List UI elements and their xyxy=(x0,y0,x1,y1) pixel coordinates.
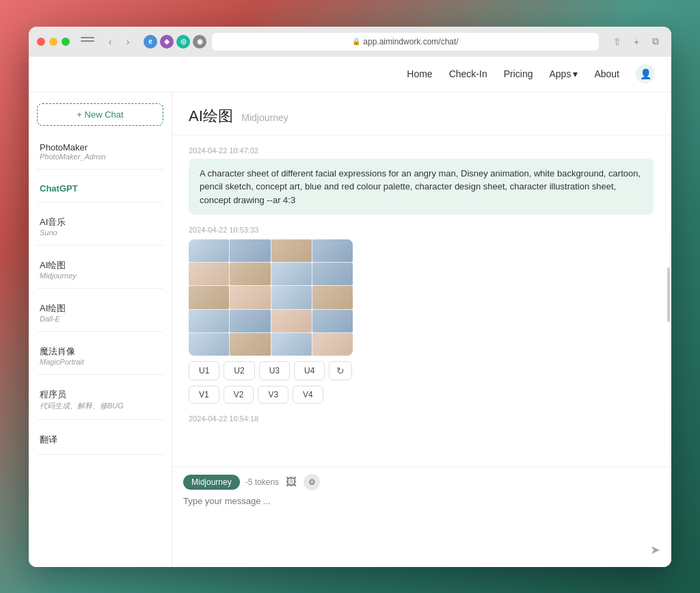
browser-icon-1: e xyxy=(144,35,157,49)
sidebar-divider-5 xyxy=(37,331,163,332)
img-cell xyxy=(230,263,270,285)
v3-button[interactable]: V3 xyxy=(258,386,288,404)
sidebar-item-magic[interactable]: 魔法肖像 MagicPortrait xyxy=(37,340,163,371)
img-cell xyxy=(230,286,270,308)
u2-button[interactable]: U2 xyxy=(224,361,254,380)
sidebar-item-photomaker[interactable]: PhotoMaker PhotoMaker_Admin xyxy=(37,137,163,166)
message-time-1: 2024-04-22 10:47:02 xyxy=(189,146,655,155)
img-cell xyxy=(230,239,270,262)
sidebar-divider-6 xyxy=(37,374,163,375)
sidebar-item-title: AI绘图 xyxy=(40,302,161,315)
traffic-lights xyxy=(37,38,70,46)
v2-button[interactable]: V2 xyxy=(224,386,254,404)
image-upload-button[interactable]: 🖼 xyxy=(284,475,298,490)
v4-button[interactable]: V4 xyxy=(293,386,323,404)
sidebar-section-photomaker: PhotoMaker PhotoMaker_Admin xyxy=(37,137,163,172)
refresh-button[interactable]: ↻ xyxy=(329,361,352,380)
v1-button[interactable]: V1 xyxy=(189,386,219,404)
u3-button[interactable]: U3 xyxy=(259,361,290,380)
img-cell xyxy=(230,310,270,332)
browser-toolbar: ‹ › e ◆ ◎ ◉ 🔒 app.aimindwork.com/chat/ ⇧… xyxy=(29,27,671,57)
sidebar-section-translate: 翻译 xyxy=(37,428,163,458)
sidebar-item-programmer[interactable]: 程序员 代码生成、解释、修BUG xyxy=(37,383,163,417)
chat-subtitle: Midjourney xyxy=(241,112,288,123)
minimize-button[interactable] xyxy=(49,38,57,46)
v-buttons: V1 V2 V3 V4 xyxy=(189,386,655,404)
img-cell xyxy=(189,310,229,332)
sidebar-toggle[interactable] xyxy=(81,37,94,47)
sidebar-item-title: PhotoMaker xyxy=(40,142,161,153)
sidebar-section-midjourney: AI绘图 Midjourney xyxy=(37,254,163,291)
message-group-3: 2024-04-22 10:54:18 xyxy=(189,414,655,423)
u1-button[interactable]: U1 xyxy=(189,361,219,380)
img-cell xyxy=(271,286,312,308)
img-cell xyxy=(271,239,312,262)
chat-messages: 2024-04-22 10:47:02 A character sheet of… xyxy=(172,135,671,466)
u4-button[interactable]: U4 xyxy=(294,361,325,380)
sidebar-item-title: 翻译 xyxy=(40,434,161,446)
tabs-button[interactable]: ⧉ xyxy=(648,34,663,49)
sidebar-item-translate[interactable]: 翻译 xyxy=(37,428,163,451)
nav-checkin[interactable]: Check-In xyxy=(449,68,487,79)
message-group-1: 2024-04-22 10:47:02 A character sheet of… xyxy=(189,146,655,215)
sidebar-item-title: AI绘图 xyxy=(40,259,161,272)
img-cell xyxy=(312,239,353,262)
send-button[interactable]: ➤ xyxy=(650,542,660,557)
chat-messages-wrapper: 2024-04-22 10:47:02 A character sheet of… xyxy=(172,135,671,466)
sidebar-divider-4 xyxy=(37,288,163,289)
chevron-down-icon: ▾ xyxy=(573,68,578,79)
sidebar-item-sub: Suno xyxy=(40,228,161,237)
chat-title: AI绘图 xyxy=(189,107,233,124)
send-btn-area: ➤ xyxy=(183,540,660,560)
sidebar-item-dalle[interactable]: AI绘图 Dall-E xyxy=(37,297,163,328)
chat-main: AI绘图 Midjourney 2024-04-22 10:47:02 A ch… xyxy=(172,92,671,567)
chat-input-area: Midjourney -5 tokens 🖼 ⚙ ➤ xyxy=(172,466,671,567)
sidebar-item-title: 程序员 xyxy=(40,388,161,401)
add-tab-button[interactable]: + xyxy=(629,34,644,49)
u-buttons: U1 U2 U3 U4 ↻ xyxy=(189,361,655,380)
user-account-icon[interactable]: 👤 xyxy=(636,64,655,83)
message-group-2: 2024-04-22 10:53:33 xyxy=(189,226,655,404)
img-cell xyxy=(312,310,353,332)
sidebar-section-programmer: 程序员 代码生成、解释、修BUG xyxy=(37,383,163,423)
message-bubble-1: A character sheet of different facial ex… xyxy=(189,159,654,215)
app-content: Home Check-In Pricing Apps ▾ About 👤 + N… xyxy=(29,57,671,567)
img-cell xyxy=(189,263,229,285)
sidebar-section-magic: 魔法肖像 MagicPortrait xyxy=(37,340,163,378)
main-layout: + New Chat PhotoMaker PhotoMaker_Admin C… xyxy=(29,92,671,567)
img-cell xyxy=(271,263,312,285)
sidebar-item-title: AI音乐 xyxy=(40,216,161,228)
tool-badge[interactable]: Midjourney xyxy=(183,475,240,490)
nav-about[interactable]: About xyxy=(594,68,619,79)
sidebar-item-sub: Midjourney xyxy=(40,272,161,280)
scrollbar-thumb[interactable] xyxy=(667,267,670,322)
nav-home[interactable]: Home xyxy=(407,68,432,79)
share-button[interactable]: ⇧ xyxy=(610,34,625,49)
browser-window: ‹ › e ◆ ◎ ◉ 🔒 app.aimindwork.com/chat/ ⇧… xyxy=(29,27,671,567)
sidebar-divider-2 xyxy=(37,202,163,202)
maximize-button[interactable] xyxy=(62,38,70,46)
top-nav: Home Check-In Pricing Apps ▾ About 👤 xyxy=(29,57,671,92)
close-button[interactable] xyxy=(37,38,45,46)
nav-pricing[interactable]: Pricing xyxy=(504,68,533,79)
token-badge: -5 tokens xyxy=(245,477,279,487)
sidebar-item-midjourney[interactable]: AI绘图 Midjourney xyxy=(37,254,163,285)
generated-image-grid xyxy=(189,239,353,356)
new-chat-button[interactable]: + New Chat xyxy=(37,103,163,126)
sidebar-item-music[interactable]: AI音乐 Suno xyxy=(37,211,163,242)
sidebar-item-chatgpt[interactable]: ChatGPT xyxy=(37,178,163,199)
img-cell xyxy=(189,286,229,308)
browser-icon-4: ◉ xyxy=(193,35,206,49)
img-cell xyxy=(189,333,229,356)
back-button[interactable]: ‹ xyxy=(103,34,118,49)
address-bar[interactable]: 🔒 app.aimindwork.com/chat/ xyxy=(212,33,599,51)
sidebar-item-sub: MagicPortrait xyxy=(40,358,161,366)
forward-button[interactable]: › xyxy=(120,34,135,49)
nav-apps[interactable]: Apps ▾ xyxy=(549,68,578,79)
img-cell xyxy=(312,263,353,285)
sidebar-divider xyxy=(37,169,163,170)
img-cell xyxy=(312,286,353,308)
message-input[interactable] xyxy=(183,496,660,537)
sidebar-divider-3 xyxy=(37,245,163,246)
settings-button[interactable]: ⚙ xyxy=(304,474,320,490)
